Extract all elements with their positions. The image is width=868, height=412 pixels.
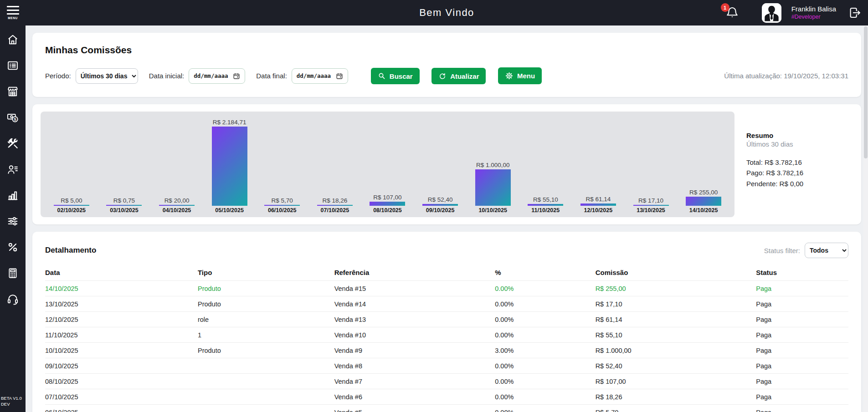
table-row: 09/10/2025Venda #80.00%R$ 52,40Paga	[45, 358, 848, 374]
scrollbar-thumb[interactable]	[864, 26, 868, 158]
table-cell: Venda #10	[334, 327, 495, 343]
table-row: 12/10/2025roleVenda #130.00%R$ 61,14Paga	[45, 312, 848, 327]
summary-paid: Pago: R$ 3.782,16	[746, 168, 853, 178]
sidebar-item-tools[interactable]	[6, 137, 20, 150]
tools-icon	[6, 137, 19, 150]
customers-icon	[6, 163, 19, 176]
bar-value-label: R$ 255,00	[689, 189, 718, 196]
table-cell	[198, 374, 334, 389]
sidebar-item-payments[interactable]: $	[6, 111, 20, 124]
table-cell: Paga	[756, 327, 848, 343]
table-row: 08/10/2025Venda #70.00%R$ 107,00Paga	[45, 374, 848, 389]
menu-button-label: Menu	[517, 72, 535, 80]
chart-column: R$ 55,1011/10/2025	[519, 196, 572, 214]
chart-column: R$ 107,0008/10/2025	[361, 194, 414, 214]
table-cell: 0.00%	[495, 389, 595, 405]
refresh-button[interactable]: Atualizar	[431, 68, 486, 84]
table-row: 14/10/2025ProdutoVenda #150.00%R$ 255,00…	[45, 281, 848, 296]
env-line: DEV	[1, 402, 22, 407]
bar-value-label: R$ 17,10	[638, 197, 663, 204]
sidebar-item-store[interactable]	[6, 85, 20, 98]
table-cell: Paga	[756, 405, 848, 412]
table-row: 07/10/2025Venda #60.00%R$ 18,26Paga	[45, 389, 848, 405]
user-avatar-icon	[762, 3, 781, 23]
table-cell: 0.00%	[495, 327, 595, 343]
chart-bar	[422, 204, 458, 206]
table-cell: R$ 255,00	[596, 281, 756, 296]
table-cell: 10/10/2025	[45, 343, 198, 358]
logout-icon	[848, 6, 862, 20]
sidebar-item-calculator[interactable]	[6, 266, 20, 280]
chart-column: R$ 5,7006/10/2025	[256, 197, 308, 214]
table-cell: 13/10/2025	[45, 296, 198, 312]
start-date-input[interactable]: dd/mm/aaaa	[189, 68, 245, 84]
page-scrollbar[interactable]	[863, 25, 868, 412]
search-icon	[378, 72, 386, 80]
chart-bar	[106, 205, 142, 206]
sidebar-item-support[interactable]	[6, 292, 20, 306]
table-cell: Produto	[198, 281, 334, 296]
bar-date-label: 11/10/2025	[531, 207, 560, 214]
chart-bar	[475, 169, 511, 206]
hamburger-menu-button[interactable]: MENU	[0, 6, 26, 20]
table-cell: Paga	[756, 312, 848, 327]
sidebar-item-home[interactable]	[6, 33, 20, 46]
table-row: 06/10/2025Venda #50.00%R$ 5,70Paga	[45, 405, 848, 412]
table-cell: R$ 107,00	[596, 374, 756, 389]
sidebar-item-percent[interactable]	[6, 240, 20, 254]
notifications-button[interactable]: 1	[724, 5, 740, 20]
table-cell: Venda #7	[334, 374, 495, 389]
col-header-percent: %	[495, 264, 595, 281]
bar-date-label: 12/10/2025	[584, 207, 613, 214]
menu-button[interactable]: Menu	[498, 67, 542, 84]
version-line: BETA V1.0	[1, 396, 22, 402]
table-cell: Venda #5	[334, 405, 495, 412]
sidebar-item-customers[interactable]	[6, 163, 20, 176]
status-filter-label: Status filter:	[764, 247, 800, 254]
notification-count-badge: 1	[721, 3, 729, 12]
user-role-tag: #Developer	[791, 14, 836, 21]
chart-bar	[528, 204, 563, 206]
period-select[interactable]: Últimos 30 dias	[76, 68, 138, 84]
calendar-icon	[336, 72, 343, 80]
app-version: BETA V1.0 DEV	[1, 396, 22, 407]
bar-value-label: R$ 20,00	[164, 197, 190, 204]
status-filter-select[interactable]: Todos	[805, 243, 848, 258]
table-cell: Produto	[198, 296, 334, 312]
bar-value-label: R$ 52,40	[428, 196, 453, 203]
search-button[interactable]: Buscar	[371, 68, 420, 84]
orders-list-icon	[6, 59, 19, 72]
filters-card: Minhas Comissões Período: Últimos 30 dia…	[32, 33, 861, 97]
table-cell: Paga	[756, 374, 848, 389]
percent-icon	[6, 241, 19, 254]
sidebar-item-settings[interactable]	[6, 214, 20, 228]
bar-value-label: R$ 18,26	[322, 197, 347, 204]
avatar[interactable]	[762, 3, 781, 23]
end-date-input[interactable]: dd/mm/aaaa	[292, 68, 348, 84]
chart-column: R$ 18,2607/10/2025	[308, 197, 361, 214]
start-date-placeholder: dd/mm/aaaa	[194, 72, 228, 79]
bar-date-label: 05/10/2025	[215, 207, 244, 214]
table-cell: role	[198, 312, 334, 327]
sidebar-item-reports[interactable]	[6, 188, 20, 202]
table-cell: Paga	[756, 281, 848, 296]
table-cell: 0.00%	[495, 374, 595, 389]
table-cell: 3.00%	[495, 343, 595, 358]
table-cell: 0.00%	[495, 296, 595, 312]
table-cell: R$ 1.000,00	[596, 343, 756, 358]
summary-total: Total: R$ 3.782,16	[746, 157, 853, 168]
logout-button[interactable]	[848, 6, 862, 20]
gear-icon	[505, 71, 514, 80]
chart-bar	[633, 205, 669, 206]
user-info[interactable]: Franklin Balisa #Developer	[791, 5, 836, 20]
col-header-comissao: Comissão	[596, 264, 756, 281]
chart-bar	[54, 205, 89, 206]
sidebar-item-orders[interactable]	[6, 59, 20, 72]
start-date-label: Data inicial:	[149, 72, 185, 80]
bar-date-label: 06/10/2025	[268, 207, 297, 214]
chart-bar	[264, 205, 300, 206]
chart-bar	[159, 205, 195, 206]
chart-bar	[580, 203, 616, 206]
table-cell: Produto	[198, 343, 334, 358]
table-cell: R$ 5,70	[596, 405, 756, 412]
